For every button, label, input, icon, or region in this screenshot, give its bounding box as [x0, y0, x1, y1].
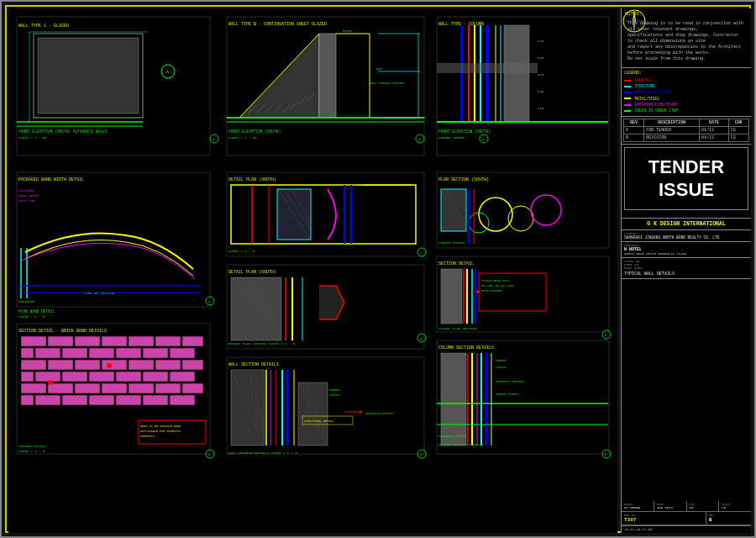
svg-rect-109 — [441, 269, 462, 324]
svg-text:PLATE: PLATE — [343, 29, 352, 33]
svg-rect-129 — [182, 336, 203, 346]
svg-text:COLUMN SECTION DETAILS: COLUMN SECTION DETAILS — [438, 345, 494, 351]
legend-item-1: HANDRAIL — [624, 77, 748, 83]
svg-rect-140 — [102, 360, 127, 370]
legend-item-5: WATERPROOFING/PAINT — [624, 102, 748, 108]
svg-rect-162 — [116, 395, 141, 405]
svg-text:CORNER PIECES: CORNER PIECES — [438, 136, 465, 140]
svg-text:Scale = 1 : 50: Scale = 1 : 50 — [228, 136, 257, 140]
svg-rect-4 — [38, 38, 139, 113]
svg-rect-146 — [62, 372, 87, 382]
svg-text:CL8: CL8 — [538, 90, 544, 93]
rev-value: B — [709, 517, 748, 523]
svg-rect-48 — [504, 25, 529, 122]
svg-rect-101 — [441, 189, 466, 231]
svg-text:BAND WIDTH: BAND WIDTH — [18, 194, 39, 198]
svg-text:VISUAL PLAN SECTION: VISUAL PLAN SECTION — [438, 327, 477, 330]
tb-rev-date: 10-04-20-T7-05 — [622, 525, 751, 533]
svg-text:IN LIEU OF AIA AND: IN LIEU OF AIA AND — [481, 284, 513, 287]
svg-rect-142 — [155, 360, 181, 370]
main-container: WALL TYPE 1 - GLAZED FRONT ELEVATION (SO… — [0, 0, 756, 538]
drawing-title: TYPICAL WALL DETAILS — [624, 272, 748, 277]
svg-text:WALL TYPE B - CONTINUATION SHE: WALL TYPE B - CONTINUATION SHEET GLAZED — [228, 22, 327, 27]
legend-item-4: METAL/STEEL — [624, 96, 748, 102]
tb-meta-row1: DRAWN AS DRAWN DATE JAN 2013 CHK CG SCAL… — [622, 501, 751, 512]
svg-text:APPLICABLE FOR DOMESTIC: APPLICABLE FOR DOMESTIC — [140, 430, 181, 433]
rev-date-value: 10-04-20-T7-05 — [624, 528, 748, 531]
svg-text:CONCRETE SUPPORT: CONCRETE SUPPORT — [496, 380, 524, 383]
svg-text:N: N — [633, 11, 636, 15]
client-name: SHANGHAI JINGANG NORTH BUND REALTY CO. L… — [624, 235, 748, 240]
svg-rect-136 — [170, 348, 195, 358]
svg-text:COATINGS: COATINGS — [18, 300, 35, 303]
drawn-by-cell: DRAWN AS DRAWN — [622, 501, 654, 511]
svg-rect-139 — [75, 360, 100, 370]
svg-text:CORNER: CORNER — [496, 359, 507, 362]
svg-rect-159 — [35, 395, 60, 405]
svg-rect-148 — [116, 372, 141, 382]
project-desc: NORTH BUND WHITE MAGNOLIA PLAZA — [624, 252, 748, 256]
svg-text:WALL SECTION DETAILS: WALL SECTION DETAILS — [228, 362, 279, 367]
svg-rect-124 — [48, 336, 73, 346]
svg-text:FIXING BASE UNIT: FIXING BASE UNIT — [481, 279, 510, 282]
tb-tender-issue: TENDER ISSUE — [624, 147, 748, 210]
svg-rect-141 — [129, 360, 154, 370]
svg-text:DETAIL PLAN (SOUTH): DETAIL PLAN (SOUTH) — [228, 177, 276, 182]
svg-text:LINE OF CEILING: LINE OF CEILING — [84, 292, 115, 295]
drawn-by-value: AS DRAWN — [624, 506, 651, 509]
svg-text:FRONT ELEVATION (SOUTH): FRONT ELEVATION (SOUTH) — [438, 129, 491, 134]
svg-rect-157 — [182, 383, 203, 393]
svg-text:FRONT ELEVATION (SOUTH) ALTERN: FRONT ELEVATION (SOUTH) ALTERNATE WALLS — [18, 129, 108, 134]
legend-item-2: STRUCTURE — [624, 83, 748, 89]
svg-text:PACKAGED: PACKAGED — [18, 189, 35, 193]
checked-value: CG — [690, 506, 717, 509]
svg-rect-143 — [182, 360, 203, 370]
svg-text:Scale = 1 : 5: Scale = 1 : 5 — [18, 450, 45, 453]
svg-rect-158 — [21, 395, 34, 405]
svg-text:A: A — [166, 70, 169, 75]
svg-rect-17 — [319, 34, 336, 118]
svg-text:CONCRETE SUPPORT: CONCRETE SUPPORT — [365, 412, 394, 415]
issue-label: ISSUE — [629, 179, 743, 201]
svg-text:AREA TO BE SURFACE WARE: AREA TO BE SURFACE WARE — [140, 425, 181, 428]
tb-company: G K DESIGN INTERNATIONAL — [622, 219, 751, 230]
svg-text:WITH ANCHORS: WITH ANCHORS — [481, 289, 502, 293]
svg-rect-155 — [129, 383, 154, 393]
date-cell: DATE JAN 2013 — [654, 501, 687, 511]
date-value: JAN 2013 — [657, 506, 684, 509]
tb-sheet-row: DWG NO. T307 REV B — [622, 512, 751, 525]
svg-rect-130 — [21, 348, 34, 358]
tb-compass: N — [622, 213, 751, 219]
drawing-area: WALL TYPE 1 - GLAZED FRONT ELEVATION (SO… — [8, 8, 617, 533]
svg-rect-150 — [170, 372, 195, 382]
svg-text:PACKAGED BAND WIDTH DETAIL: PACKAGED BAND WIDTH DETAIL — [18, 177, 84, 182]
svg-text:COLUMN SECTION DETAILS: COLUMN SECTION DETAILS — [438, 443, 483, 446]
svg-text:STRUCTURAL DETAIL: STRUCTURAL DETAIL — [304, 419, 334, 423]
svg-rect-123 — [21, 336, 46, 346]
svg-rect-145 — [35, 372, 60, 382]
svg-rect-147 — [89, 372, 114, 382]
svg-text:CL8: CL8 — [538, 56, 544, 60]
svg-rect-138 — [48, 360, 73, 370]
tb-client: CLIENT: SHANGHAI JINGANG NORTH BUND REAL… — [622, 230, 751, 242]
svg-text:CONCRETE SUPPORT: CONCRETE SUPPORT — [438, 435, 467, 438]
tb-drawing-details: LEVEL B4 AREA 25 RAMP ROOM TYPICAL WALL … — [622, 258, 751, 279]
tb-revision-table: REVDESCRIPTIONDATECHK AFOR TENDER01/13CG… — [622, 117, 751, 145]
scale-cell: SCALE 16 — [719, 501, 751, 511]
svg-rect-137 — [21, 360, 46, 370]
legend-title: LEGEND: — [624, 71, 748, 76]
svg-text:CL8: CL8 — [538, 73, 544, 76]
svg-rect-131 — [35, 348, 60, 358]
svg-text:DETAIL PLAN (SOUTH)  Scale = 1: DETAIL PLAN (SOUTH) Scale = 1 : 5 — [228, 342, 296, 345]
svg-rect-151 — [21, 383, 46, 393]
svg-text:WALL TYPE 1 - GLAZED: WALL TYPE 1 - GLAZED — [18, 24, 69, 29]
svg-rect-161 — [89, 395, 114, 405]
svg-rect-197 — [441, 353, 466, 446]
svg-text:WALL SECTION DETAILS  Scale = : WALL SECTION DETAILS Scale = 1 : 5 — [228, 451, 297, 455]
svg-text:CERAMICS: CERAMICS — [140, 435, 155, 438]
svg-rect-132 — [62, 348, 87, 358]
svg-rect-134 — [116, 348, 141, 358]
svg-point-165 — [48, 380, 53, 385]
svg-text:WITH TAB: WITH TAB — [18, 199, 35, 203]
svg-text:400+ PRECAST SUPPORT: 400+ PRECAST SUPPORT — [370, 82, 405, 85]
